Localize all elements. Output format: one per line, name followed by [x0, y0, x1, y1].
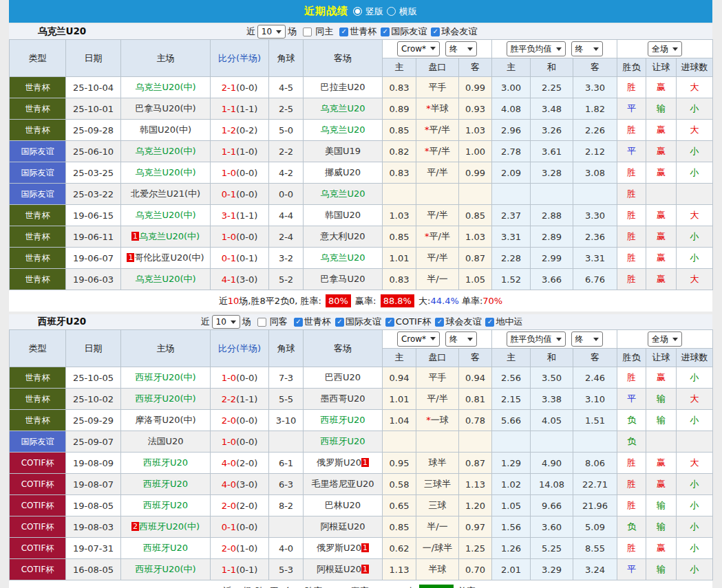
handicap-result-cell — [646, 184, 677, 205]
avg-draw-cell: 14.08 — [531, 474, 573, 495]
home-team-name[interactable]: 哥伦比亚U20(中) — [134, 252, 204, 263]
league-checkbox[interactable] — [381, 28, 390, 36]
home-team-cell: 1哥伦比亚U20(中) — [121, 248, 211, 269]
home-team-name[interactable]: 西班牙U20(中) — [135, 564, 195, 574]
home-team-name[interactable]: 乌克兰U20(中) — [135, 210, 195, 220]
away-team-name[interactable]: 巴拿马U20 — [320, 274, 365, 284]
home-team-name[interactable]: 乌克兰U20(中) — [139, 231, 200, 241]
away-team-name[interactable]: 乌克兰U20 — [320, 124, 365, 135]
halftime-score: (0-0) — [236, 437, 257, 447]
match-count-select[interactable]: 10 — [257, 25, 286, 39]
away-team-name[interactable]: 美国U19 — [325, 146, 361, 156]
home-team-name[interactable]: 乌克兰U20(中) — [135, 167, 195, 177]
odds-source-select[interactable]: Crow* — [397, 331, 440, 347]
odds-source-select[interactable]: Crow* — [397, 41, 440, 56]
odds-time-select[interactable]: 终 — [445, 331, 477, 347]
halftime-score: (0-0) — [236, 522, 257, 532]
summary-segment: 场,胜8平2负0, 胜率: — [239, 295, 324, 307]
away-team-name[interactable]: 巴拉圭U20 — [320, 82, 365, 92]
avg-time-select[interactable]: 终 — [571, 41, 603, 56]
avg-away-cell: 3.10 — [573, 389, 617, 410]
home-team-name[interactable]: 西班牙U20(中) — [135, 393, 195, 404]
home-team-name[interactable]: 巴拿马U20(中) — [135, 103, 195, 113]
summary-segment: 70% — [482, 296, 502, 306]
date-cell: 25-09-29 — [66, 410, 121, 431]
home-team-name[interactable]: 西班牙U20 — [143, 543, 188, 553]
home-team-name[interactable]: 乌克兰U20(中) — [135, 146, 195, 156]
competition-cell: 世青杯 — [10, 367, 66, 389]
away-team-name[interactable]: 毛里塔尼亚U20 — [311, 479, 374, 489]
away-team-name[interactable]: 俄罗斯U20 — [317, 457, 361, 468]
match-count-select[interactable]: 10 — [212, 315, 240, 329]
avg-time-select[interactable]: 终 — [571, 331, 603, 347]
away-team-name[interactable]: 乌克兰U20 — [320, 103, 365, 113]
column-header: 客场 — [304, 330, 383, 367]
away-team-name[interactable]: 西班牙U20 — [320, 436, 365, 446]
league-checkbox[interactable] — [335, 318, 344, 327]
home-odds-cell: 0.58 — [383, 474, 416, 495]
home-team-name[interactable]: 西班牙U20(中) — [139, 521, 200, 532]
rank-badge: 2 — [131, 522, 139, 531]
result-cell: 胜 — [617, 205, 646, 226]
league-checkbox[interactable] — [294, 318, 303, 327]
avg-home-cell: 2.56 — [492, 367, 531, 389]
league-checkbox[interactable] — [485, 318, 494, 327]
home-team-name[interactable]: 摩洛哥U20(中) — [135, 415, 195, 425]
layout-radio-vertical[interactable] — [353, 7, 362, 16]
away-team-name[interactable]: 阿根廷U20 — [320, 521, 365, 532]
avg-odds-select[interactable]: 胜平负均值 — [507, 331, 566, 347]
scope-select[interactable]: 全场 — [648, 41, 682, 56]
scope-select[interactable]: 全场 — [648, 331, 682, 347]
same-venue-checkbox[interactable] — [257, 318, 266, 327]
home-odds-cell: 1.04 — [383, 410, 416, 431]
home-odds-cell: 1.01 — [383, 248, 416, 269]
away-team-name[interactable]: 韩国U20 — [325, 210, 361, 220]
league-checkbox[interactable] — [431, 28, 440, 36]
home-team-name[interactable]: 乌克兰U20(中) — [135, 82, 195, 92]
home-team-cell: 北爱尔兰U21(中) — [121, 184, 211, 205]
chevron-down-icon — [556, 338, 562, 341]
home-odds-cell — [383, 431, 416, 453]
sub-column-header: 让球 — [646, 349, 677, 367]
chevron-down-icon — [276, 30, 282, 34]
avg-draw-cell: 3.28 — [531, 162, 573, 184]
match-row: 国际友谊25-06-10乌克兰U20(中)1-1(1-0)2-2美国U190.8… — [10, 141, 713, 162]
home-team-name[interactable]: 西班牙U20 — [143, 479, 188, 489]
league-checkbox[interactable] — [435, 318, 444, 327]
home-team-name[interactable]: 西班牙U20(中) — [135, 372, 195, 382]
layout-radio-horizontal[interactable] — [387, 7, 396, 16]
home-team-cell: 乌克兰U20(中) — [121, 205, 211, 226]
away-team-name[interactable]: 巴林U20 — [325, 500, 361, 510]
league-checkbox[interactable] — [339, 28, 348, 36]
away-team-cell: 巴林U20 — [304, 495, 383, 516]
same-venue-checkbox[interactable] — [303, 28, 312, 36]
away-team-name[interactable]: 西班牙U20 — [320, 415, 365, 425]
odds-time-select[interactable]: 终 — [445, 41, 477, 56]
column-header: 日期 — [66, 40, 121, 77]
league-checkbox[interactable] — [385, 318, 394, 327]
home-team-name[interactable]: 法国U20 — [147, 436, 183, 446]
away-team-name[interactable]: 墨西哥U20 — [320, 393, 365, 404]
home-team-name[interactable]: 韩国U20(中) — [140, 124, 191, 135]
away-team-name[interactable]: 巴西U20 — [325, 372, 361, 382]
chevron-down-icon — [467, 338, 473, 341]
away-team-name[interactable]: 意大利U20 — [320, 231, 365, 241]
away-team-name[interactable]: 阿根廷U20 — [317, 564, 361, 574]
avg-odds-select[interactable]: 胜平负均值 — [507, 41, 566, 56]
away-team-name[interactable]: 乌克兰U20 — [320, 252, 365, 263]
score-cell: 1-1(1-1) — [211, 98, 269, 120]
sub-column-header: 客 — [459, 58, 492, 77]
away-team-name[interactable]: 挪威U20 — [325, 167, 361, 177]
away-team-name[interactable]: 乌克兰U20 — [320, 188, 365, 199]
home-team-name[interactable]: 北爱尔兰U21(中) — [131, 188, 200, 199]
avg-away-cell: 2.26 — [573, 120, 617, 141]
home-team-cell: 西班牙U20 — [121, 453, 211, 474]
home-team-name[interactable]: 乌克兰U20(中) — [135, 274, 195, 284]
match-row: COTIF杯19-07-31西班牙U202-0(1-0)4-0俄罗斯U2010.… — [10, 538, 713, 559]
home-team-name[interactable]: 西班牙U20 — [143, 500, 188, 510]
fulltime-score: 2-1 — [222, 83, 236, 93]
away-odds-cell: 0.70 — [459, 559, 492, 580]
home-team-name[interactable]: 西班牙U20 — [143, 457, 188, 468]
goals-result-cell: 大 — [677, 205, 713, 226]
away-team-name[interactable]: 俄罗斯U20 — [317, 543, 361, 553]
